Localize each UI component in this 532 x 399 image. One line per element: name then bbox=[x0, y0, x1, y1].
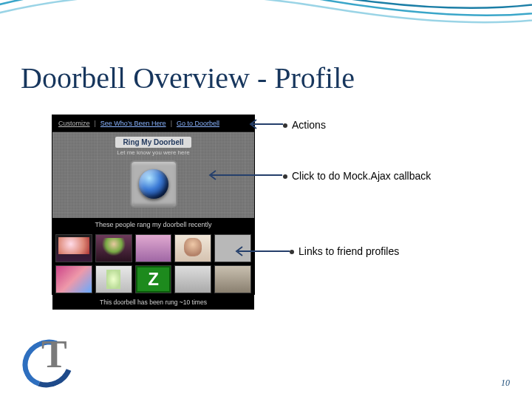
page-number: 10 bbox=[501, 378, 510, 389]
divider-icon: | bbox=[171, 120, 172, 127]
ring-subtitle: Let me know you were here bbox=[117, 149, 189, 156]
friend-link[interactable] bbox=[95, 265, 132, 293]
ring-count-label: This doorbell has been rung ~10 times bbox=[52, 296, 254, 310]
callout-text: Actions bbox=[292, 119, 326, 131]
callout-friends: Links to friend profiles bbox=[290, 245, 399, 257]
callout-actions: Actions bbox=[283, 119, 326, 131]
arrow-icon bbox=[207, 169, 284, 181]
friend-link-z[interactable]: Z bbox=[135, 265, 172, 293]
bullet-icon bbox=[283, 174, 287, 179]
friend-grid: Z bbox=[52, 231, 254, 296]
friend-link[interactable] bbox=[135, 234, 172, 262]
logo: T bbox=[22, 335, 81, 380]
callout-text: Links to friend profiles bbox=[299, 245, 399, 257]
logo-letter: T bbox=[41, 335, 67, 374]
recent-visitors-label: These people rang my doorbell recently bbox=[52, 218, 254, 231]
friend-link[interactable] bbox=[95, 234, 132, 262]
embedded-screenshot: Customize | See Who's Been Here | Go to … bbox=[52, 115, 255, 295]
friend-link[interactable] bbox=[174, 265, 211, 293]
go-link[interactable]: Go to Doorbell bbox=[177, 120, 219, 127]
arrow-icon bbox=[248, 118, 284, 130]
who-link[interactable]: See Who's Been Here bbox=[100, 120, 166, 127]
divider-icon: | bbox=[95, 120, 96, 127]
callout-text: Click to do Mock.Ajax callback bbox=[292, 170, 431, 182]
friend-link[interactable] bbox=[55, 265, 92, 293]
doorbell-button[interactable] bbox=[139, 169, 168, 199]
actions-toolbar: Customize | See Who's Been Here | Go to … bbox=[52, 115, 254, 132]
ring-label: Ring My Doorbell bbox=[115, 137, 191, 148]
callout-mockajax: Click to do Mock.Ajax callback bbox=[283, 170, 431, 182]
friend-link[interactable] bbox=[55, 234, 92, 262]
friend-link[interactable] bbox=[214, 265, 251, 293]
friend-link[interactable] bbox=[174, 234, 211, 262]
bullet-icon bbox=[290, 250, 294, 254]
customize-link[interactable]: Customize bbox=[58, 120, 90, 127]
bullet-icon bbox=[283, 123, 287, 128]
doorbell-plate bbox=[130, 160, 177, 208]
arrow-icon bbox=[233, 245, 291, 257]
slide-title: Doorbell Overview - Profile bbox=[21, 61, 355, 95]
